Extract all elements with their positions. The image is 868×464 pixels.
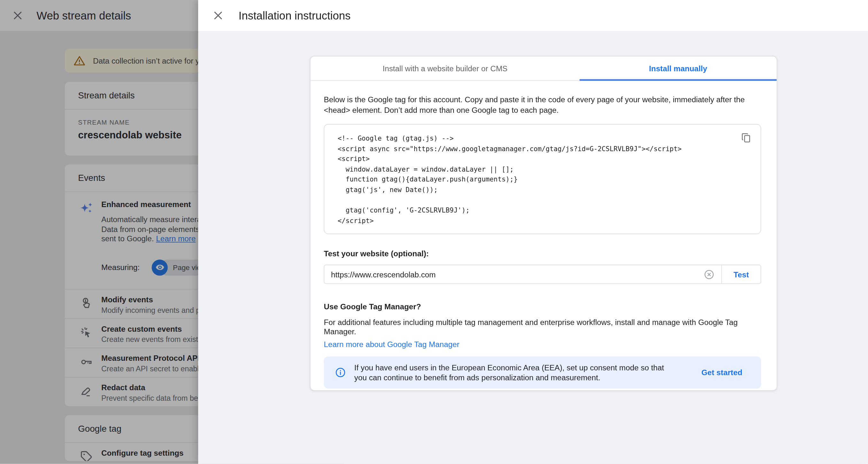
tab-install-cms[interactable]: Install with a website builder or CMS — [311, 57, 580, 80]
modal-scrim[interactable] — [0, 0, 198, 464]
clear-input-icon[interactable] — [703, 269, 715, 281]
eea-consent-info-banner: If you have end users in the European Ec… — [324, 357, 761, 389]
modal-title: Installation instructions — [239, 9, 350, 22]
code-line: </script> — [338, 216, 739, 226]
installation-instructions-modal: Installation instructions Install with a… — [198, 0, 868, 464]
get-started-link[interactable]: Get started — [702, 368, 742, 377]
gtag-code-block: <!-- Google tag (gtag.js) --> <script as… — [324, 124, 761, 234]
test-website-label: Test your website (optional): — [324, 249, 760, 258]
test-button[interactable]: Test — [722, 270, 761, 279]
install-tabs: Install with a website builder or CMS In… — [311, 57, 777, 81]
code-line: window.dataLayer = window.dataLayer || [… — [338, 164, 739, 175]
code-line: <script> — [338, 154, 739, 164]
eea-info-text: If you have end users in the European Ec… — [354, 357, 674, 389]
test-url-input-row: Test — [324, 265, 761, 284]
active-tab-underline — [580, 79, 777, 81]
test-url-input[interactable] — [324, 270, 703, 279]
copy-icon[interactable] — [740, 131, 753, 145]
tab-install-manually[interactable]: Install manually — [580, 57, 777, 80]
modal-header: Installation instructions — [198, 0, 868, 31]
install-panel-card: Install with a website builder or CMS In… — [310, 56, 777, 391]
gtm-learn-more-link[interactable]: Learn more about Google Tag Manager — [324, 340, 459, 349]
code-line — [338, 195, 739, 206]
code-line: gtag('js', new Date()); — [338, 185, 739, 195]
screenshot-root: Web stream details Data collection isn’t… — [0, 0, 868, 464]
code-line: function gtag(){dataLayer.push(arguments… — [338, 175, 739, 185]
modal-close-icon[interactable] — [212, 9, 225, 22]
info-icon — [335, 367, 346, 378]
install-intro-text: Below is the Google tag for this account… — [324, 95, 754, 116]
gtm-body-text: For additional features including multip… — [324, 318, 762, 337]
gtm-heading: Use Google Tag Manager? — [324, 302, 760, 311]
code-line: <!-- Google tag (gtag.js) --> — [338, 133, 739, 144]
code-line: gtag('config', 'G-2CSLRVLB9J'); — [338, 206, 739, 216]
code-line: <script async src="https://www.googletag… — [338, 144, 739, 154]
